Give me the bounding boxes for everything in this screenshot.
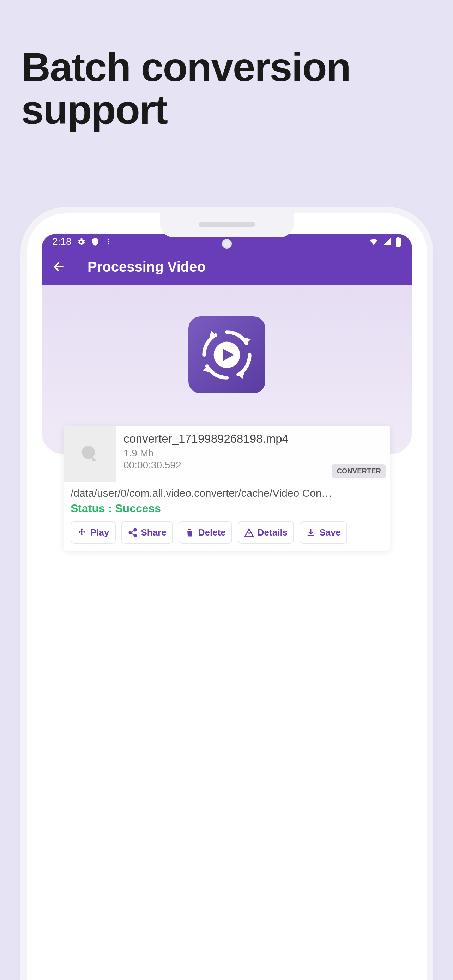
play-label: Play	[90, 527, 110, 538]
file-card: converter_1719989268198.mp4 1.9 Mb 00:00…	[64, 426, 390, 550]
svg-point-1	[108, 241, 110, 242]
converter-badge: CONVERTER	[332, 464, 386, 478]
gear-icon	[76, 237, 86, 246]
svg-rect-4	[397, 237, 399, 238]
camera-dot	[222, 239, 232, 249]
share-button[interactable]: Share	[121, 522, 173, 544]
dots-icon	[105, 238, 113, 245]
status-text: Status : Success	[64, 501, 390, 522]
content-area: converter_1719989268198.mp4 1.9 Mb 00:00…	[41, 285, 412, 980]
svg-point-7	[134, 528, 136, 531]
action-row: Play Share Delete Details Save	[64, 522, 390, 544]
share-icon	[128, 528, 138, 538]
delete-label: Delete	[198, 527, 226, 538]
back-arrow-icon[interactable]	[52, 259, 66, 274]
shield-icon	[91, 237, 100, 246]
download-icon	[306, 528, 316, 538]
share-label: Share	[141, 527, 167, 538]
file-thumbnail	[64, 426, 116, 482]
trash-icon	[185, 528, 195, 538]
status-time: 2:18	[52, 236, 72, 247]
play-move-icon	[77, 528, 87, 538]
warning-icon	[244, 528, 254, 538]
file-name: converter_1719989268198.mp4	[124, 432, 383, 445]
svg-point-8	[129, 531, 131, 534]
wifi-icon	[368, 237, 379, 246]
file-size: 1.9 Mb	[124, 448, 383, 459]
details-button[interactable]: Details	[238, 522, 294, 544]
app-logo-icon	[188, 317, 265, 393]
signal-icon	[382, 237, 392, 246]
file-row: converter_1719989268198.mp4 1.9 Mb 00:00…	[64, 426, 390, 482]
video-placeholder-icon	[80, 444, 100, 464]
battery-icon	[395, 237, 402, 247]
svg-rect-3	[396, 238, 401, 247]
file-path: /data/user/0/com.all.video.converter/cac…	[64, 482, 390, 501]
app-bar: Processing Video	[41, 249, 412, 285]
save-label: Save	[319, 527, 341, 538]
marketing-headline: Batch conversion support	[21, 46, 453, 131]
play-button[interactable]: Play	[71, 522, 116, 544]
phone-frame: 2:18 Processing Video	[27, 213, 427, 980]
save-button[interactable]: Save	[300, 522, 347, 544]
page-title: Processing Video	[87, 259, 206, 275]
phone-notch	[160, 213, 294, 237]
delete-button[interactable]: Delete	[178, 522, 232, 544]
details-label: Details	[257, 527, 288, 538]
svg-point-9	[134, 534, 136, 536]
svg-point-0	[108, 239, 110, 240]
svg-point-2	[108, 243, 110, 245]
